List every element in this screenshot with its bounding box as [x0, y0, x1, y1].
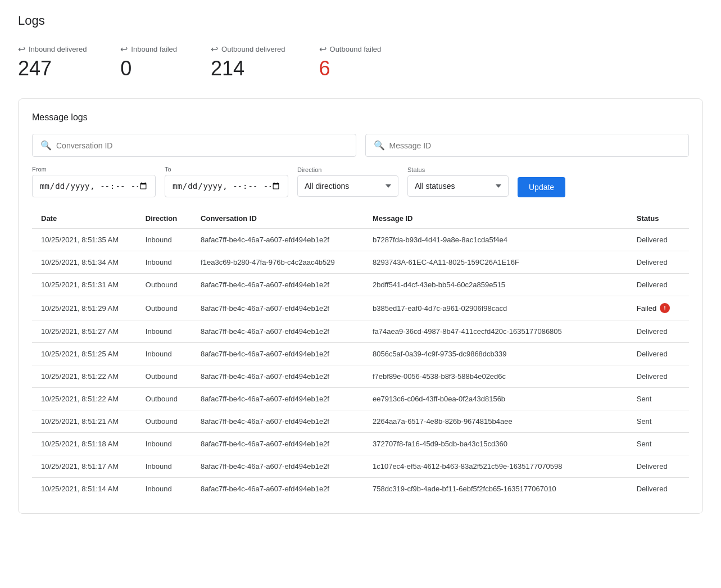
- to-label: To: [165, 166, 288, 173]
- message-logs-table: Date Direction Conversation ID Message I…: [32, 209, 689, 500]
- th-direction: Direction: [137, 209, 192, 229]
- message-search-box: 🔍: [365, 134, 690, 157]
- status-text: Sent: [637, 440, 652, 448]
- cell-status: Delivered: [628, 478, 689, 500]
- cell-status: Sent: [628, 388, 689, 410]
- search-row: 🔍 🔍: [32, 134, 689, 157]
- cell-direction: Inbound: [137, 478, 192, 500]
- from-date-field: From: [32, 166, 156, 197]
- table-row[interactable]: 10/25/2021, 8:51:21 AM Outbound 8afac7ff…: [32, 410, 689, 433]
- table-header-row: Date Direction Conversation ID Message I…: [32, 209, 689, 229]
- cell-conversation-id: 8afac7ff-be4c-46a7-a607-efd494eb1e2f: [192, 455, 364, 478]
- cell-date: 10/25/2021, 8:51:22 AM: [32, 388, 137, 410]
- cell-message-id: 8293743A-61EC-4A11-8025-159C26A1E16F: [364, 251, 628, 274]
- error-icon: !: [660, 303, 670, 313]
- table-body: 10/25/2021, 8:51:35 AM Inbound 8afac7ff-…: [32, 229, 689, 500]
- status-text: Delivered: [637, 327, 668, 336]
- table-row[interactable]: 10/25/2021, 8:51:35 AM Inbound 8afac7ff-…: [32, 229, 689, 251]
- cell-date: 10/25/2021, 8:51:18 AM: [32, 433, 137, 455]
- cell-direction: Outbound: [137, 388, 192, 410]
- page-container: Logs ↩ Inbound delivered 247 ↩ Inbound f…: [0, 0, 721, 527]
- status-label: Status: [407, 166, 509, 173]
- from-date-input[interactable]: [32, 175, 156, 197]
- cell-direction: Outbound: [137, 296, 192, 320]
- table-row[interactable]: 10/25/2021, 8:51:34 AM Inbound f1ea3c69-…: [32, 251, 689, 274]
- cell-direction: Inbound: [137, 433, 192, 455]
- cell-date: 10/25/2021, 8:51:31 AM: [32, 274, 137, 296]
- cell-conversation-id: f1ea3c69-b280-47fa-976b-c4c2aac4b529: [192, 251, 364, 274]
- table-row[interactable]: 10/25/2021, 8:51:17 AM Inbound 8afac7ff-…: [32, 455, 689, 478]
- direction-field: Direction All directions Inbound Outboun…: [297, 166, 398, 197]
- cell-direction: Inbound: [137, 229, 192, 251]
- conversation-id-input[interactable]: [56, 141, 348, 150]
- cell-date: 10/25/2021, 8:51:14 AM: [32, 478, 137, 500]
- conversation-search-box: 🔍: [32, 134, 356, 157]
- cell-direction: Inbound: [137, 343, 192, 365]
- cell-direction: Outbound: [137, 274, 192, 296]
- stat-outbound-failed: ↩ Outbound failed 6: [319, 44, 382, 80]
- table-row[interactable]: 10/25/2021, 8:51:29 AM Outbound 8afac7ff…: [32, 296, 689, 320]
- cell-message-id: 372707f8-fa16-45d9-b5db-ba43c15cd360: [364, 433, 628, 455]
- cell-message-id: 2264aa7a-6517-4e8b-826b-9674815b4aee: [364, 410, 628, 433]
- stat-label-text-outbound-failed: Outbound failed: [330, 45, 382, 53]
- cell-status: Delivered: [628, 365, 689, 388]
- direction-label: Direction: [297, 166, 398, 173]
- cell-date: 10/25/2021, 8:51:17 AM: [32, 455, 137, 478]
- cell-status: Delivered: [628, 229, 689, 251]
- stats-row: ↩ Inbound delivered 247 ↩ Inbound failed…: [18, 44, 703, 80]
- status-text: Failed: [637, 304, 656, 313]
- stat-label-text-outbound-delivered: Outbound delivered: [221, 45, 285, 53]
- cell-status: Delivered: [628, 455, 689, 478]
- cell-message-id: ee7913c6-c06d-43ff-b0ea-0f2a43d8156b: [364, 388, 628, 410]
- th-message-id: Message ID: [364, 209, 628, 229]
- cell-status: Failed!: [628, 296, 689, 320]
- update-button[interactable]: Update: [518, 177, 565, 197]
- table-row[interactable]: 10/25/2021, 8:51:27 AM Inbound 8afac7ff-…: [32, 320, 689, 343]
- stat-inbound-delivered: ↩ Inbound delivered 247: [18, 44, 87, 80]
- cell-message-id: b385ed17-eaf0-4d7c-a961-02906f98cacd: [364, 296, 628, 320]
- cell-direction: Outbound: [137, 365, 192, 388]
- cell-date: 10/25/2021, 8:51:25 AM: [32, 343, 137, 365]
- table-row[interactable]: 10/25/2021, 8:51:18 AM Inbound 8afac7ff-…: [32, 433, 689, 455]
- stat-icon-outbound-failed: ↩: [319, 44, 327, 55]
- table-row[interactable]: 10/25/2021, 8:51:14 AM Inbound 8afac7ff-…: [32, 478, 689, 500]
- table-row[interactable]: 10/25/2021, 8:51:22 AM Outbound 8afac7ff…: [32, 388, 689, 410]
- cell-date: 10/25/2021, 8:51:29 AM: [32, 296, 137, 320]
- status-select[interactable]: All statuses Delivered Failed Sent: [407, 175, 509, 197]
- status-text: Delivered: [637, 462, 668, 471]
- cell-status: Sent: [628, 433, 689, 455]
- cell-conversation-id: 8afac7ff-be4c-46a7-a607-efd494eb1e2f: [192, 410, 364, 433]
- cell-date: 10/25/2021, 8:51:35 AM: [32, 229, 137, 251]
- cell-message-id: 1c107ec4-ef5a-4612-b463-83a2f521c59e-163…: [364, 455, 628, 478]
- cell-status: Delivered: [628, 343, 689, 365]
- page-title: Logs: [18, 13, 703, 28]
- table-row[interactable]: 10/25/2021, 8:51:22 AM Outbound 8afac7ff…: [32, 365, 689, 388]
- status-text: Delivered: [637, 350, 668, 358]
- cell-conversation-id: 8afac7ff-be4c-46a7-a607-efd494eb1e2f: [192, 388, 364, 410]
- to-date-input[interactable]: [165, 175, 288, 197]
- stat-value-outbound-failed: 6: [319, 57, 382, 80]
- from-label: From: [32, 166, 156, 173]
- cell-conversation-id: 8afac7ff-be4c-46a7-a607-efd494eb1e2f: [192, 433, 364, 455]
- cell-date: 10/25/2021, 8:51:27 AM: [32, 320, 137, 343]
- stat-label-text-inbound-delivered: Inbound delivered: [29, 45, 87, 53]
- cell-conversation-id: 8afac7ff-be4c-46a7-a607-efd494eb1e2f: [192, 478, 364, 500]
- stat-icon-inbound-failed: ↩: [120, 44, 128, 55]
- stat-value-inbound-delivered: 247: [18, 57, 87, 80]
- message-id-input[interactable]: [389, 141, 681, 150]
- table-row[interactable]: 10/25/2021, 8:51:25 AM Inbound 8afac7ff-…: [32, 343, 689, 365]
- status-field: Status All statuses Delivered Failed Sen…: [407, 166, 509, 197]
- status-text: Delivered: [637, 258, 668, 266]
- cell-conversation-id: 8afac7ff-be4c-46a7-a607-efd494eb1e2f: [192, 320, 364, 343]
- table-row[interactable]: 10/25/2021, 8:51:31 AM Outbound 8afac7ff…: [32, 274, 689, 296]
- cell-message-id: 2bdff541-d4cf-43eb-bb54-60c2a859e515: [364, 274, 628, 296]
- filters-row: From To Direction All directions Inbound…: [32, 166, 689, 197]
- status-text: Sent: [637, 395, 652, 403]
- cell-direction: Inbound: [137, 320, 192, 343]
- status-text: Delivered: [637, 281, 668, 289]
- direction-select[interactable]: All directions Inbound Outbound: [297, 175, 398, 197]
- stat-icon-outbound-delivered: ↩: [211, 44, 218, 55]
- cell-conversation-id: 8afac7ff-be4c-46a7-a607-efd494eb1e2f: [192, 343, 364, 365]
- to-date-field: To: [165, 166, 288, 197]
- stat-inbound-failed: ↩ Inbound failed 0: [120, 44, 177, 80]
